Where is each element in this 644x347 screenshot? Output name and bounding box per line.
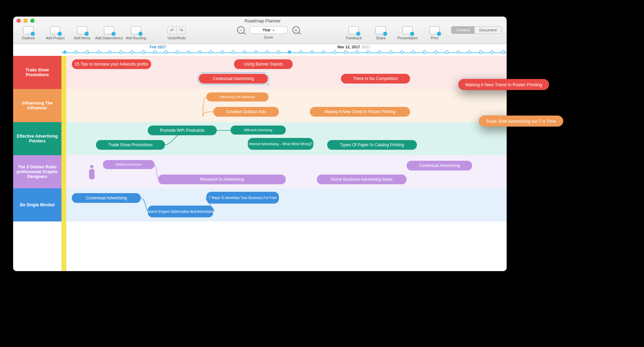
roadmap-item[interactable]: There Is No Competition bbox=[341, 74, 410, 83]
roadmap-item[interactable]: Using Banner Stands bbox=[234, 59, 293, 69]
zoom-out-button[interactable]: − bbox=[237, 26, 245, 34]
undo-icon[interactable]: ↶ bbox=[168, 27, 177, 34]
lane-influencing: Influencing The InfluencerCreative Outdo… bbox=[61, 89, 507, 122]
roadmap-item[interactable]: Contextual Advertising bbox=[72, 193, 141, 203]
print-button[interactable]: Print bbox=[424, 26, 445, 40]
timeline-tick[interactable] bbox=[198, 50, 202, 54]
timeline-tick[interactable] bbox=[333, 50, 336, 54]
roadmap-item[interactable]: 7 Ways To Advertise Your Business For Fr… bbox=[206, 192, 279, 204]
roadmap-item[interactable]: Contextual Advertising+⇅ bbox=[199, 74, 268, 83]
window-title: Roadmap Planner bbox=[22, 18, 503, 23]
timeline-tick[interactable] bbox=[97, 50, 100, 54]
undo-redo-button[interactable]: ↶↷ Undo/Redo bbox=[160, 26, 193, 40]
timeline-ruler[interactable]: Feb 2017Mar 12, 20172017 bbox=[61, 44, 507, 56]
timeline-tick[interactable] bbox=[400, 50, 404, 54]
roadmap-item[interactable]: Bidding Directories bbox=[103, 160, 155, 169]
category-golden[interactable]: The 3 Golden Rules professional Graphic … bbox=[13, 155, 61, 188]
add-dependency-label: Add Dependency bbox=[95, 36, 123, 40]
add-dependency-button[interactable]: Add Dependency bbox=[99, 26, 119, 40]
roadmap-item[interactable]: Types Of Paper In Catalog Printing bbox=[327, 140, 417, 150]
add-backlog-button[interactable]: Add Backlog bbox=[126, 26, 146, 40]
lane-effective: Promote With PostcardsBillboard Advertis… bbox=[61, 122, 507, 155]
timeline-tick[interactable] bbox=[119, 50, 123, 54]
category-effective[interactable]: Effective Advertising Pointers bbox=[13, 122, 61, 155]
timeline-tick[interactable] bbox=[86, 50, 89, 54]
window-close-icon[interactable] bbox=[17, 19, 21, 23]
roadmap-item[interactable]: Influencing The Influencer bbox=[206, 92, 269, 101]
timeline-tick[interactable] bbox=[344, 50, 348, 54]
category-single[interactable]: Be Single Minded bbox=[13, 188, 61, 221]
roadmap-item-overflow[interactable]: Making A New Trend In Poster Printing bbox=[458, 79, 549, 90]
add-project-button[interactable]: Add Project bbox=[45, 26, 66, 40]
presentation-button[interactable]: Presentation bbox=[397, 26, 418, 40]
zoom-level-select[interactable]: Year bbox=[250, 26, 287, 34]
add-items-button[interactable]: Add Items bbox=[72, 26, 92, 40]
roadmap-item[interactable]: Search Engine Optimization And Advertisi… bbox=[148, 206, 213, 217]
category-trade-show[interactable]: Trade Show Promotions bbox=[13, 56, 61, 89]
timeline-tick[interactable] bbox=[209, 50, 213, 54]
roadmap-item[interactable]: Contextual Advertising bbox=[407, 161, 472, 170]
timeline-tick[interactable] bbox=[457, 50, 460, 54]
redo-icon[interactable]: ↷ bbox=[177, 27, 186, 34]
roadmap-canvas[interactable]: 15 Tips to increase your Adwords profits… bbox=[61, 56, 507, 271]
roadmap-item[interactable]: Internet Advertising – What Went Wrong? bbox=[248, 138, 313, 150]
roadmap-item[interactable]: Making A New Trend In Poster Printing bbox=[310, 107, 410, 117]
feedback-icon bbox=[349, 26, 359, 34]
timeline-tick[interactable] bbox=[75, 50, 78, 54]
item-resize-handle[interactable]: ⇅ bbox=[265, 82, 270, 87]
roadmap-item[interactable]: Research In Advertising bbox=[158, 175, 286, 184]
timeline-tick[interactable] bbox=[355, 50, 359, 54]
timeline-tick[interactable] bbox=[367, 50, 370, 54]
timeline-tick[interactable] bbox=[288, 50, 291, 54]
zoom-in-button[interactable]: + bbox=[292, 26, 300, 34]
timeline-tick[interactable] bbox=[254, 50, 258, 54]
timeline-tick[interactable] bbox=[322, 50, 325, 54]
timeline-tick[interactable] bbox=[490, 50, 494, 54]
roadmap-item-overflow[interactable]: Truck Side Advertising Isn T It Time bbox=[479, 116, 563, 127]
share-button[interactable]: Share bbox=[370, 26, 391, 40]
timeline-tick[interactable] bbox=[63, 50, 67, 54]
timeline-tick[interactable] bbox=[445, 50, 449, 54]
timeline-tick[interactable] bbox=[187, 50, 190, 54]
segment-content[interactable]: Content bbox=[451, 27, 475, 33]
timeline-tick[interactable] bbox=[389, 50, 392, 54]
timeline-tick[interactable] bbox=[142, 50, 145, 54]
roadmap-item[interactable]: Home Business Advertising Ideas bbox=[317, 175, 407, 184]
timeline-tick[interactable] bbox=[221, 50, 224, 54]
roadmap-item[interactable]: Billboard Advertising bbox=[231, 126, 286, 135]
outlines-button[interactable]: Outlines bbox=[18, 26, 39, 40]
timeline-tick[interactable] bbox=[299, 50, 303, 54]
milestone-icon[interactable] bbox=[89, 169, 95, 179]
roadmap-item[interactable]: Creative Outdoor Ads bbox=[213, 107, 279, 117]
timeline-tick[interactable] bbox=[232, 50, 235, 54]
timeline-tick[interactable] bbox=[310, 50, 314, 54]
roadmap-item[interactable]: 15 Tips to increase your Adwords profits bbox=[72, 59, 151, 69]
timeline-tick[interactable] bbox=[378, 50, 381, 54]
timeline-tick[interactable] bbox=[277, 50, 280, 54]
timeline-tick[interactable] bbox=[176, 50, 179, 54]
app-window: Roadmap Planner Outlines Add Project Add… bbox=[13, 17, 507, 271]
timeline-tick[interactable] bbox=[265, 50, 269, 54]
timeline-tick[interactable] bbox=[468, 50, 471, 54]
timeline-tick[interactable] bbox=[423, 50, 426, 54]
timeline-tick[interactable] bbox=[164, 50, 168, 54]
timeline-tick[interactable] bbox=[501, 50, 505, 54]
category-influencing[interactable]: Influencing The Influencer bbox=[13, 89, 61, 122]
timeline-tick[interactable] bbox=[153, 50, 157, 54]
lane-trade-show: 15 Tips to increase your Adwords profits… bbox=[61, 56, 507, 89]
timeline-tick[interactable] bbox=[130, 50, 134, 54]
timeline-tick[interactable] bbox=[411, 50, 415, 54]
timeline-tick[interactable] bbox=[108, 50, 111, 54]
timeline-tick[interactable] bbox=[434, 50, 438, 54]
roadmap-item[interactable]: Promote With Postcards bbox=[148, 126, 217, 135]
zoom-label: Zoom bbox=[264, 35, 273, 39]
timeline-tick[interactable] bbox=[243, 50, 246, 54]
item-add-handle[interactable]: + bbox=[265, 70, 270, 75]
toolbar: Outlines Add Project Add Items Add Depen… bbox=[13, 25, 507, 44]
lane-golden: Bidding DirectoriesResearch In Advertisi… bbox=[61, 155, 507, 188]
timeline-tick[interactable] bbox=[479, 50, 482, 54]
segment-document[interactable]: Document bbox=[475, 27, 501, 33]
roadmap-item[interactable]: Trade Show Promotions bbox=[96, 140, 165, 150]
feedback-button[interactable]: Feedback bbox=[343, 26, 364, 40]
view-segment[interactable]: Content Document bbox=[451, 26, 502, 34]
